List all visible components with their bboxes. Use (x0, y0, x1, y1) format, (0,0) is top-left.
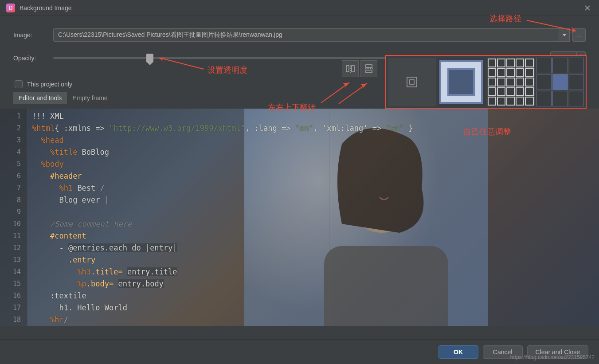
fill-option-anchor[interactable] (536, 58, 584, 106)
window-title: Background Image (20, 4, 579, 12)
watermark: https://blog.csdn.net/su2231595742 (510, 354, 595, 360)
browse-button[interactable]: … (572, 28, 586, 42)
svg-rect-6 (407, 77, 417, 87)
editor-preview: 1 2 3 4 5 6 7 8 9 10 11 12 13 14 15 16 1… (0, 109, 599, 326)
app-icon: IJ (6, 4, 15, 12)
line-number: 9 (0, 206, 27, 218)
image-label: Image: (13, 31, 53, 39)
flip-vertical-button[interactable] (360, 60, 377, 77)
line-number: 7 (0, 182, 27, 194)
tab-empty-frame[interactable]: Empty frame (67, 92, 113, 104)
code-area[interactable]: !!! XML %html{ :xmlns => "http://www.w3.… (27, 109, 599, 326)
this-project-label: This project only (27, 81, 72, 88)
line-number: 15 (0, 278, 27, 290)
line-number: 13 (0, 254, 27, 266)
svg-rect-3 (366, 65, 372, 67)
ok-button[interactable]: OK (438, 345, 478, 359)
line-number: 6 (0, 170, 27, 182)
fill-options-panel (385, 55, 587, 109)
line-number: 5 (0, 158, 27, 170)
fill-option-scale[interactable] (438, 58, 485, 106)
flip-horizontal-button[interactable] (342, 60, 359, 77)
opacity-label: Opacity: (13, 55, 53, 62)
line-number: 2 (0, 122, 27, 134)
this-project-checkbox[interactable] (15, 80, 23, 88)
line-number: 8 (0, 194, 27, 206)
titlebar: IJ Background Image (0, 0, 599, 16)
fill-option-tile[interactable] (487, 58, 535, 106)
image-path-value: C:\Users\22315\Pictures\Saved Pictures\看… (58, 31, 282, 39)
image-path-input[interactable]: C:\Users\22315\Pictures\Saved Pictures\看… (53, 28, 559, 42)
svg-rect-1 (352, 66, 354, 72)
svg-rect-0 (346, 66, 349, 72)
line-number: 4 (0, 146, 27, 158)
fill-option-plain[interactable] (388, 58, 436, 106)
line-number: 3 (0, 134, 27, 146)
gutter: 1 2 3 4 5 6 7 8 9 10 11 12 13 14 15 16 1… (0, 109, 27, 326)
line-number: 14 (0, 266, 27, 278)
line-number: 18 (0, 314, 27, 326)
line-number: 12 (0, 242, 27, 254)
line-number: 10 (0, 218, 27, 230)
line-number: 11 (0, 230, 27, 242)
line-number: 17 (0, 302, 27, 314)
tab-editor-and-tools[interactable]: Editor and tools (13, 92, 67, 104)
line-number: 1 (0, 110, 27, 122)
image-row: Image: C:\Users\22315\Pictures\Saved Pic… (13, 28, 586, 42)
slider-thumb[interactable] (146, 54, 153, 63)
svg-rect-7 (410, 80, 414, 84)
line-number: 16 (0, 290, 27, 302)
svg-rect-4 (366, 70, 372, 73)
close-icon[interactable] (579, 2, 596, 14)
image-dropdown-icon[interactable] (559, 28, 570, 42)
